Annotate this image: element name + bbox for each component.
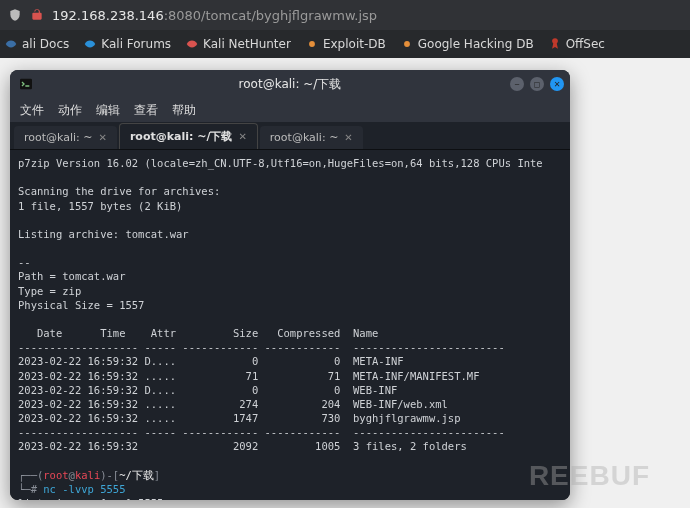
term-line: Listing archive: tomcat.war [18, 228, 189, 240]
menu-file[interactable]: 文件 [20, 102, 44, 119]
terminal-window: root@kali: ~/下载 ‒ ◻ ✕ 文件 动作 编辑 查看 帮助 roo… [10, 70, 570, 500]
bookmarks-bar: ali Docs Kali Forums Kali NetHunter Expl… [0, 30, 690, 58]
terminal-tab[interactable]: root@kali: ~/下载 ✕ [119, 123, 258, 149]
tab-strip: root@kali: ~ ✕ root@kali: ~/下载 ✕ root@ka… [10, 122, 570, 150]
window-titlebar[interactable]: root@kali: ~/下载 ‒ ◻ ✕ [10, 70, 570, 98]
close-icon[interactable]: ✕ [344, 132, 352, 143]
shield-icon [8, 8, 22, 22]
bookmark-nethunter[interactable]: Kali NetHunter [185, 37, 291, 51]
term-line: Type = zip [18, 285, 81, 297]
bookmark-label: Exploit-DB [323, 37, 386, 51]
term-line: p7zip Version 16.02 (locale=zh_CN.UTF-8,… [18, 157, 543, 169]
listing-row: 2023-02-22 16:59:32 D.... 0 0 META-INF [18, 355, 404, 367]
bug-icon [305, 37, 319, 51]
prompt-lead: ┌──( [18, 469, 43, 481]
menu-view[interactable]: 查看 [134, 102, 158, 119]
term-line: listening on [any] 5555 ... [18, 497, 189, 500]
tab-label: root@kali: ~ [270, 131, 339, 144]
prompt-user: root [43, 469, 68, 481]
term-line: Physical Size = 1557 [18, 299, 144, 311]
dragon-icon [83, 37, 97, 51]
prompt-path: ~/下载 [119, 469, 154, 481]
menu-help[interactable]: 帮助 [172, 102, 196, 119]
term-line: -- [18, 256, 31, 268]
svg-rect-2 [20, 79, 32, 90]
bookmark-label: Kali NetHunter [203, 37, 291, 51]
listing-footer: 2023-02-22 16:59:32 2092 1005 3 files, 2… [18, 440, 467, 452]
prompt-sep: )-[ [100, 469, 119, 481]
bookmark-kali-docs[interactable]: ali Docs [4, 37, 69, 51]
bookmark-kali-forums[interactable]: Kali Forums [83, 37, 171, 51]
window-title: root@kali: ~/下载 [239, 76, 342, 93]
svg-point-1 [404, 41, 410, 47]
listing-row: 2023-02-22 16:59:32 ..... 274 204 WEB-IN… [18, 398, 448, 410]
browser-url-bar: 192.168.238.146:8080/tomcat/byghjflgrawm… [0, 0, 690, 30]
term-line: Scanning the drive for archives: [18, 185, 220, 197]
close-icon[interactable]: ✕ [99, 132, 107, 143]
close-button[interactable]: ✕ [550, 77, 564, 91]
svg-point-0 [309, 41, 315, 47]
prompt-close: ] [154, 469, 160, 481]
term-line: Path = tomcat.war [18, 270, 125, 282]
bug-icon [400, 37, 414, 51]
terminal-icon [18, 76, 34, 92]
menu-edit[interactable]: 编辑 [96, 102, 120, 119]
bookmark-label: OffSec [566, 37, 605, 51]
tab-label: root@kali: ~/下载 [130, 129, 233, 144]
bookmark-ghdb[interactable]: Google Hacking DB [400, 37, 534, 51]
term-line: 1 file, 1557 bytes (2 KiB) [18, 200, 182, 212]
terminal-tab[interactable]: root@kali: ~ ✕ [260, 126, 363, 149]
bookmark-label: Kali Forums [101, 37, 171, 51]
url-path: :8080/tomcat/byghjflgrawmw.jsp [164, 8, 377, 23]
maximize-button[interactable]: ◻ [530, 77, 544, 91]
tab-label: root@kali: ~ [24, 131, 93, 144]
bookmark-exploitdb[interactable]: Exploit-DB [305, 37, 386, 51]
dragon-icon [4, 37, 18, 51]
dragon-icon [185, 37, 199, 51]
terminal-tab[interactable]: root@kali: ~ ✕ [14, 126, 117, 149]
listing-row: 2023-02-22 16:59:32 ..... 1747 730 byghj… [18, 412, 461, 424]
bookmark-offsec[interactable]: OffSec [548, 37, 605, 51]
terminal-output[interactable]: p7zip Version 16.02 (locale=zh_CN.UTF-8,… [10, 150, 570, 500]
url-text[interactable]: 192.168.238.146:8080/tomcat/byghjflgrawm… [52, 8, 377, 23]
close-icon[interactable]: ✕ [238, 131, 246, 142]
menubar: 文件 动作 编辑 查看 帮助 [10, 98, 570, 122]
menu-action[interactable]: 动作 [58, 102, 82, 119]
ribbon-icon [548, 37, 562, 51]
minimize-button[interactable]: ‒ [510, 77, 524, 91]
lock-broken-icon [30, 8, 44, 22]
bookmark-label: ali Docs [22, 37, 69, 51]
window-controls: ‒ ◻ ✕ [510, 77, 564, 91]
listing-header: Date Time Attr Size Compressed Name [18, 327, 378, 339]
prompt-host: kali [75, 469, 100, 481]
prompt-hash: └─# [18, 483, 43, 495]
bookmark-label: Google Hacking DB [418, 37, 534, 51]
listing-row: 2023-02-22 16:59:32 ..... 71 71 META-INF… [18, 370, 479, 382]
listing-row: 2023-02-22 16:59:32 D.... 0 0 WEB-INF [18, 384, 397, 396]
command: nc -lvvp 5555 [43, 483, 125, 495]
url-host: 192.168.238.146 [52, 8, 164, 23]
